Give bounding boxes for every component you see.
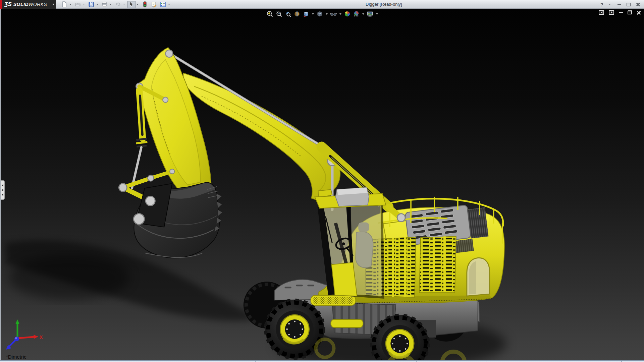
graphics-viewport[interactable]: X *Dimetric bbox=[0, 9, 644, 360]
splitter-arrow-icon bbox=[2, 193, 3, 196]
help-dropdown-arrow[interactable] bbox=[609, 4, 611, 5]
magnifier-area-icon bbox=[275, 10, 282, 17]
new-document-button[interactable] bbox=[60, 1, 68, 8]
status-bar bbox=[0, 360, 644, 362]
solidworks-logo: ƷS SOLIDWORKS bbox=[2, 0, 51, 9]
color-ball-icon bbox=[344, 10, 351, 17]
print-button[interactable] bbox=[101, 1, 109, 8]
zoom-to-area-button[interactable] bbox=[275, 10, 283, 18]
view-orientation-label: *Dimetric bbox=[6, 354, 26, 360]
bucket[interactable] bbox=[133, 183, 222, 258]
cursor-arrow-icon bbox=[129, 1, 134, 7]
undo-button[interactable] bbox=[114, 1, 122, 8]
standard-toolbar bbox=[60, 1, 171, 8]
open-dropdown-arrow[interactable] bbox=[83, 4, 85, 5]
save-button[interactable] bbox=[87, 1, 95, 8]
view-cube-icon bbox=[303, 10, 310, 17]
document-restore-button[interactable] bbox=[628, 10, 632, 14]
monitor-scene-icon bbox=[366, 10, 374, 17]
excavator-model[interactable] bbox=[1, 9, 644, 360]
display-style-dropdown-arrow[interactable] bbox=[326, 13, 328, 15]
document-minimize-button[interactable] bbox=[619, 12, 623, 13]
solidworks-logo-bold: SOLID bbox=[13, 2, 29, 7]
note-pencil-icon bbox=[151, 1, 157, 7]
help-button[interactable]: ? bbox=[600, 2, 603, 7]
magnifier-back-arrow-icon bbox=[284, 10, 291, 17]
view-settings-button[interactable] bbox=[366, 10, 374, 18]
heads-up-view-toolbar bbox=[266, 10, 379, 18]
save-dropdown-arrow[interactable] bbox=[96, 4, 98, 5]
select-dropdown-arrow[interactable] bbox=[137, 4, 139, 5]
section-view-button[interactable] bbox=[293, 10, 301, 18]
document-window-controls bbox=[599, 10, 641, 15]
options-dropdown-arrow[interactable] bbox=[168, 4, 170, 5]
apply-scene-button[interactable] bbox=[352, 10, 361, 18]
splitter-arrow-icon bbox=[2, 189, 3, 191]
pane-collapse-left-icon[interactable] bbox=[599, 10, 604, 15]
previous-view-button[interactable] bbox=[284, 10, 292, 18]
display-style-cube-icon bbox=[316, 10, 323, 17]
edit-appearance-button[interactable] bbox=[343, 10, 352, 18]
view-orientation-dropdown-arrow[interactable] bbox=[312, 13, 314, 15]
undo-arrow-icon bbox=[115, 1, 121, 7]
orientation-triad: X bbox=[3, 317, 47, 351]
options-button[interactable] bbox=[159, 1, 167, 8]
open-button[interactable] bbox=[74, 1, 82, 8]
open-folder-icon bbox=[75, 1, 81, 7]
expander-arrow-icon bbox=[53, 3, 54, 6]
triad-x-label: X bbox=[40, 335, 43, 340]
eyeglasses-icon bbox=[330, 10, 337, 17]
pane-collapse-right-icon[interactable] bbox=[609, 10, 614, 15]
traffic-light-icon bbox=[143, 1, 147, 7]
view-orientation-button[interactable] bbox=[302, 10, 310, 18]
menu-expander-button[interactable] bbox=[51, 0, 56, 9]
zoom-to-fit-button[interactable] bbox=[266, 10, 274, 18]
section-cube-icon bbox=[293, 10, 301, 17]
window-title: Digger [Read-only] bbox=[366, 2, 402, 7]
new-dropdown-arrow[interactable] bbox=[69, 4, 71, 5]
select-tool-button[interactable] bbox=[127, 1, 136, 8]
feature-manager-splitter-handle[interactable] bbox=[1, 180, 5, 200]
new-document-icon bbox=[61, 1, 67, 7]
file-properties-button[interactable] bbox=[150, 1, 158, 8]
magnifier-sphere-icon bbox=[266, 10, 273, 17]
view-settings-dropdown-arrow[interactable] bbox=[376, 13, 378, 15]
title-bar: ƷS SOLIDWORKS bbox=[0, 0, 644, 9]
hide-show-items-dropdown-arrow[interactable] bbox=[339, 13, 341, 15]
restore-button[interactable] bbox=[627, 3, 631, 6]
save-floppy-icon bbox=[88, 1, 94, 7]
apply-scene-dropdown-arrow[interactable] bbox=[362, 13, 364, 15]
print-dropdown-arrow[interactable] bbox=[110, 4, 112, 5]
cab[interactable] bbox=[315, 187, 386, 297]
display-style-button[interactable] bbox=[316, 10, 324, 18]
printer-icon bbox=[102, 1, 108, 7]
solidworks-logo-glyph: ƷS bbox=[4, 1, 12, 8]
undo-dropdown-arrow[interactable] bbox=[123, 4, 125, 5]
close-button[interactable] bbox=[636, 2, 640, 6]
hide-show-items-button[interactable] bbox=[329, 10, 338, 18]
minimize-button[interactable] bbox=[618, 4, 621, 5]
document-close-button[interactable] bbox=[637, 10, 641, 15]
rebuild-button[interactable] bbox=[141, 1, 149, 8]
scene-ball-checker-icon bbox=[353, 10, 360, 17]
solidworks-logo-light: WORKS bbox=[29, 2, 47, 7]
options-checklist-icon bbox=[160, 1, 166, 7]
splitter-arrow-icon bbox=[2, 184, 3, 187]
window-controls: ? bbox=[600, 0, 640, 9]
